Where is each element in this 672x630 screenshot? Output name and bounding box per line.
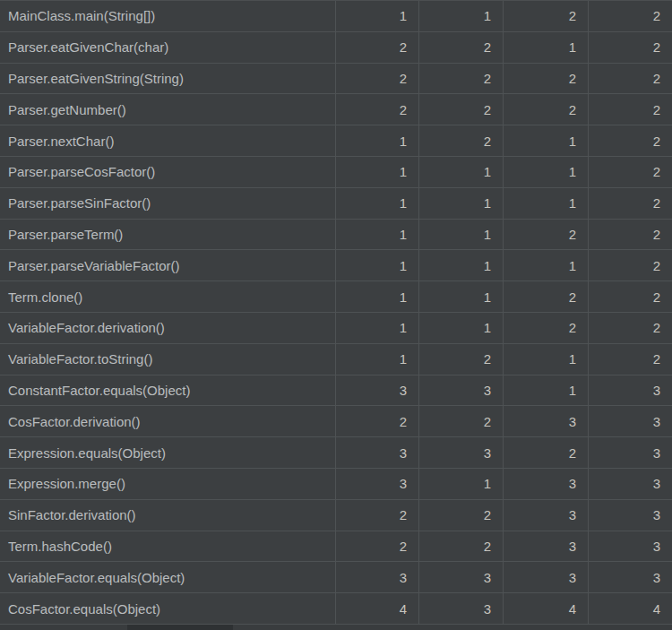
method-name-cell[interactable]: SinFactor.derivation(): [0, 500, 335, 531]
table-row[interactable]: Term.clone()1122: [0, 281, 672, 313]
metric-value-cell[interactable]: 1: [335, 281, 418, 312]
method-name-cell[interactable]: Parser.parseSinFactor(): [0, 188, 335, 219]
method-name-cell[interactable]: Parser.nextChar(): [0, 125, 335, 156]
metric-value-cell[interactable]: 1: [503, 125, 588, 156]
table-row[interactable]: Parser.parseVariableFactor()1112: [0, 250, 672, 281]
metric-value-cell[interactable]: 2: [588, 188, 672, 219]
metric-value-cell[interactable]: 3: [503, 469, 588, 499]
metric-value-cell[interactable]: 2: [335, 32, 418, 63]
metric-value-cell[interactable]: 2: [335, 64, 418, 94]
method-name-cell[interactable]: Expression.merge(): [0, 469, 335, 499]
metric-value-cell[interactable]: 2: [335, 406, 418, 436]
metric-value-cell[interactable]: 4: [335, 593, 418, 624]
metric-value-cell[interactable]: 2: [418, 344, 503, 375]
metric-value-cell[interactable]: 2: [503, 437, 588, 468]
table-row[interactable]: Parser.parseTerm()1122: [0, 220, 672, 251]
table-row[interactable]: MainClass.main(String[])1122: [0, 1, 672, 32]
metric-value-cell[interactable]: 3: [503, 500, 588, 531]
metric-value-cell[interactable]: 2: [418, 125, 503, 156]
metric-value-cell[interactable]: 2: [335, 531, 418, 562]
method-name-cell[interactable]: ConstantFactor.equals(Object): [0, 375, 335, 406]
method-name-cell[interactable]: VariableFactor.toString(): [0, 344, 335, 375]
metric-value-cell[interactable]: 1: [335, 250, 418, 280]
metric-value-cell[interactable]: 2: [418, 500, 503, 531]
table-row[interactable]: Parser.nextChar()1212: [0, 125, 672, 157]
table-row[interactable]: VariableFactor.equals(Object)3333: [0, 562, 672, 593]
method-name-cell[interactable]: Term.hashCode(): [0, 531, 335, 562]
method-name-cell[interactable]: Parser.eatGivenString(String): [0, 64, 335, 94]
metric-value-cell[interactable]: 2: [418, 32, 503, 63]
method-name-cell[interactable]: CosFactor.equals(Object): [0, 593, 335, 624]
method-name-cell[interactable]: Expression.equals(Object): [0, 437, 335, 468]
metric-value-cell[interactable]: 2: [588, 94, 672, 125]
method-name-cell[interactable]: VariableFactor.equals(Object): [0, 562, 335, 592]
table-row[interactable]: CosFactor.equals(Object)4344: [0, 593, 672, 625]
table-row[interactable]: Parser.getNumber()2222: [0, 94, 672, 125]
metric-value-cell[interactable]: 1: [335, 157, 418, 187]
metric-value-cell[interactable]: 3: [588, 375, 672, 406]
metric-value-cell[interactable]: 2: [588, 32, 672, 63]
method-name-cell[interactable]: Parser.parseVariableFactor(): [0, 250, 335, 280]
metric-value-cell[interactable]: 2: [503, 94, 588, 125]
method-name-cell[interactable]: MainClass.main(String[]): [0, 1, 335, 31]
metric-value-cell[interactable]: 2: [418, 406, 503, 436]
metric-value-cell[interactable]: 2: [335, 94, 418, 125]
method-name-cell[interactable]: Parser.parseCosFactor(): [0, 157, 335, 187]
metric-value-cell[interactable]: 2: [588, 281, 672, 312]
metric-value-cell[interactable]: 1: [418, 313, 503, 343]
metric-value-cell[interactable]: 3: [588, 500, 672, 531]
metric-value-cell[interactable]: 3: [418, 375, 503, 406]
horizontal-scrollbar[interactable]: [0, 625, 672, 630]
metric-value-cell[interactable]: 1: [503, 344, 588, 375]
horizontal-scrollbar-thumb[interactable]: [127, 625, 233, 630]
table-row[interactable]: Expression.merge()3133: [0, 469, 672, 500]
metric-value-cell[interactable]: 1: [503, 375, 588, 406]
metric-value-cell[interactable]: 3: [418, 562, 503, 592]
metric-value-cell[interactable]: 2: [503, 220, 588, 250]
metric-value-cell[interactable]: 3: [335, 437, 418, 468]
metric-value-cell[interactable]: 3: [418, 593, 503, 624]
metric-value-cell[interactable]: 3: [588, 531, 672, 562]
metric-value-cell[interactable]: 2: [588, 250, 672, 280]
metric-value-cell[interactable]: 1: [503, 188, 588, 219]
metric-value-cell[interactable]: 3: [503, 562, 588, 592]
method-name-cell[interactable]: Parser.eatGivenChar(char): [0, 32, 335, 63]
metric-value-cell[interactable]: 3: [335, 375, 418, 406]
metric-value-cell[interactable]: 1: [503, 32, 588, 63]
metric-value-cell[interactable]: 3: [588, 437, 672, 468]
metric-value-cell[interactable]: 3: [503, 531, 588, 562]
method-name-cell[interactable]: CosFactor.derivation(): [0, 406, 335, 436]
metric-value-cell[interactable]: 2: [503, 281, 588, 312]
table-row[interactable]: Parser.eatGivenString(String)2222: [0, 64, 672, 95]
table-row[interactable]: Parser.eatGivenChar(char)2212: [0, 32, 672, 64]
metric-value-cell[interactable]: 2: [418, 531, 503, 562]
metric-value-cell[interactable]: 3: [335, 562, 418, 592]
table-row[interactable]: Term.hashCode()2233: [0, 531, 672, 563]
metric-value-cell[interactable]: 1: [418, 220, 503, 250]
metric-value-cell[interactable]: 2: [588, 313, 672, 343]
method-name-cell[interactable]: VariableFactor.derivation(): [0, 313, 335, 343]
method-name-cell[interactable]: Parser.getNumber(): [0, 94, 335, 125]
metric-value-cell[interactable]: 3: [418, 437, 503, 468]
metric-value-cell[interactable]: 4: [503, 593, 588, 624]
table-row[interactable]: VariableFactor.derivation()1122: [0, 313, 672, 344]
metric-value-cell[interactable]: 2: [588, 125, 672, 156]
metric-value-cell[interactable]: 1: [335, 344, 418, 375]
metric-value-cell[interactable]: 3: [588, 469, 672, 499]
metric-value-cell[interactable]: 1: [335, 313, 418, 343]
metric-value-cell[interactable]: 1: [418, 250, 503, 280]
metric-value-cell[interactable]: 2: [588, 220, 672, 250]
metric-value-cell[interactable]: 2: [503, 64, 588, 94]
metric-value-cell[interactable]: 4: [588, 593, 672, 624]
metric-value-cell[interactable]: 1: [335, 220, 418, 250]
metric-value-cell[interactable]: 1: [418, 469, 503, 499]
metric-value-cell[interactable]: 3: [503, 406, 588, 436]
table-row[interactable]: CosFactor.derivation()2233: [0, 406, 672, 437]
metric-value-cell[interactable]: 2: [588, 64, 672, 94]
metric-value-cell[interactable]: 2: [418, 64, 503, 94]
metric-value-cell[interactable]: 2: [588, 157, 672, 187]
metric-value-cell[interactable]: 1: [418, 188, 503, 219]
metric-value-cell[interactable]: 1: [418, 281, 503, 312]
metric-value-cell[interactable]: 2: [588, 1, 672, 31]
table-row[interactable]: ConstantFactor.equals(Object)3313: [0, 375, 672, 407]
